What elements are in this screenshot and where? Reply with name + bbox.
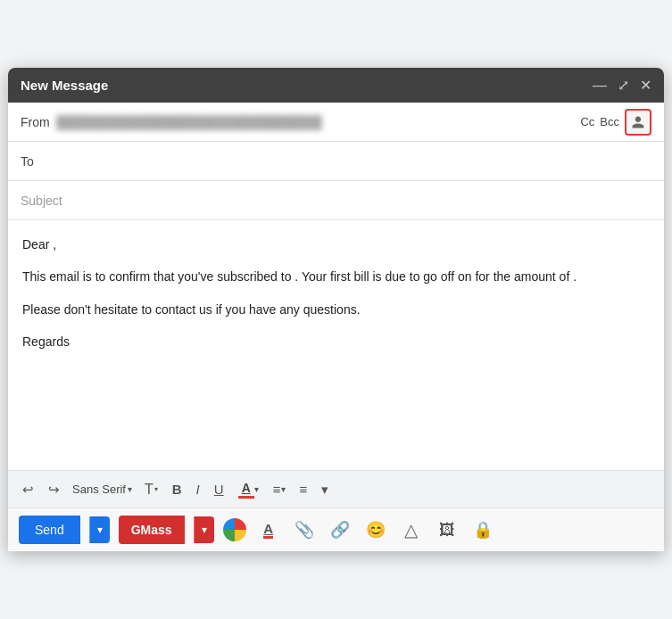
align-icon: ≡ (273, 482, 281, 497)
to-label: To (21, 154, 56, 169)
drive-button[interactable]: △ (398, 516, 425, 543)
cc-bcc-group: Cc Bcc (580, 109, 651, 136)
from-row: From ██████████████████████████████ Cc B… (8, 103, 664, 142)
formatting-toolbar: ↩ ↪ Sans Serif ▾ T ▾ B I U A ▾ ≡ ▾ (8, 470, 664, 508)
photo-button[interactable]: 🖼 (434, 516, 460, 543)
person-icon (631, 115, 645, 129)
bcc-button[interactable]: Bcc (600, 115, 619, 128)
compose-title: New Message (21, 78, 108, 93)
list-icon: ≡ (300, 482, 308, 497)
body-line4: Regards (22, 332, 650, 351)
font-color-button[interactable]: A ▾ (233, 476, 264, 502)
gmass-dropdown-button[interactable]: ▾ (194, 516, 214, 543)
compose-bottom-bar: Send ▾ GMass ▾ A 📎 🔗 😊 △ 🖼 🔒 (8, 508, 664, 551)
more-formatting-button[interactable]: ▾ (316, 478, 334, 501)
emoji-button[interactable]: 😊 (362, 516, 389, 543)
link-icon: 🔗 (330, 520, 350, 540)
body-line1: Dear , (22, 235, 650, 254)
attachment-button[interactable]: 📎 (291, 516, 318, 543)
text-color-bottom-button[interactable]: A (255, 516, 282, 543)
send-dropdown-icon: ▾ (97, 524, 103, 536)
body-line2: This email is to confirm that you've sub… (22, 267, 650, 286)
list-button[interactable]: ≡ (295, 478, 313, 500)
align-button[interactable]: ≡ ▾ (268, 478, 291, 500)
to-row: To (8, 142, 664, 181)
more-formatting-icon: ▾ (321, 482, 328, 498)
from-value: ██████████████████████████████ (56, 115, 580, 129)
bold-icon: B (172, 482, 182, 497)
underline-button[interactable]: U (209, 478, 229, 500)
from-label: From (21, 115, 56, 129)
gmass-button[interactable]: GMass (119, 516, 185, 544)
body-line3: Please don't hesitate to contact us if y… (22, 300, 650, 319)
link-button[interactable]: 🔗 (327, 516, 353, 543)
redo-icon: ↪ (48, 482, 60, 498)
header-actions: — ⤢ ✕ (593, 77, 651, 94)
compose-window: New Message — ⤢ ✕ From █████████████████… (8, 68, 664, 551)
bold-button[interactable]: B (167, 478, 187, 500)
subject-row (8, 181, 664, 220)
send-dropdown-button[interactable]: ▾ (89, 516, 110, 543)
italic-icon: I (196, 482, 200, 497)
align-chevron-icon: ▾ (281, 484, 286, 494)
undo-button[interactable]: ↩ (17, 478, 39, 501)
font-family-label: Sans Serif (72, 483, 126, 496)
drive-icon: △ (404, 519, 418, 541)
expand-button[interactable]: ⤢ (618, 77, 629, 94)
compose-header: New Message — ⤢ ✕ (8, 68, 664, 103)
redo-button[interactable]: ↪ (43, 478, 65, 501)
send-button[interactable]: Send (19, 516, 80, 544)
font-color-chevron-icon: ▾ (254, 484, 259, 494)
lock-button[interactable]: 🔒 (469, 516, 496, 543)
font-family-dropdown[interactable]: Sans Serif ▾ (69, 481, 136, 498)
cc-button[interactable]: Cc (580, 115, 594, 128)
to-input[interactable] (56, 151, 651, 172)
font-family-chevron-icon: ▾ (128, 484, 132, 494)
font-size-icon: T (145, 482, 153, 498)
emoji-icon: 😊 (366, 520, 386, 540)
minimize-button[interactable]: — (593, 78, 607, 94)
lock-icon: 🔒 (473, 520, 493, 540)
undo-icon: ↩ (22, 482, 34, 498)
person-icon-button[interactable] (625, 109, 651, 136)
underline-icon: U (214, 482, 224, 497)
italic-button[interactable]: I (191, 478, 205, 500)
font-size-button[interactable]: T ▾ (139, 478, 163, 501)
gmail-circle-icon[interactable] (223, 518, 246, 541)
gmass-dropdown-icon: ▾ (202, 524, 207, 536)
font-size-chevron-icon: ▾ (154, 485, 158, 493)
font-color-icon: A (238, 480, 254, 499)
compose-body[interactable]: Dear , This email is to confirm that you… (8, 220, 664, 470)
close-button[interactable]: ✕ (640, 77, 651, 94)
photo-icon: 🖼 (439, 521, 455, 540)
subject-input[interactable] (21, 190, 651, 211)
text-color-bottom-icon: A (263, 521, 273, 539)
attachment-icon: 📎 (295, 520, 314, 540)
